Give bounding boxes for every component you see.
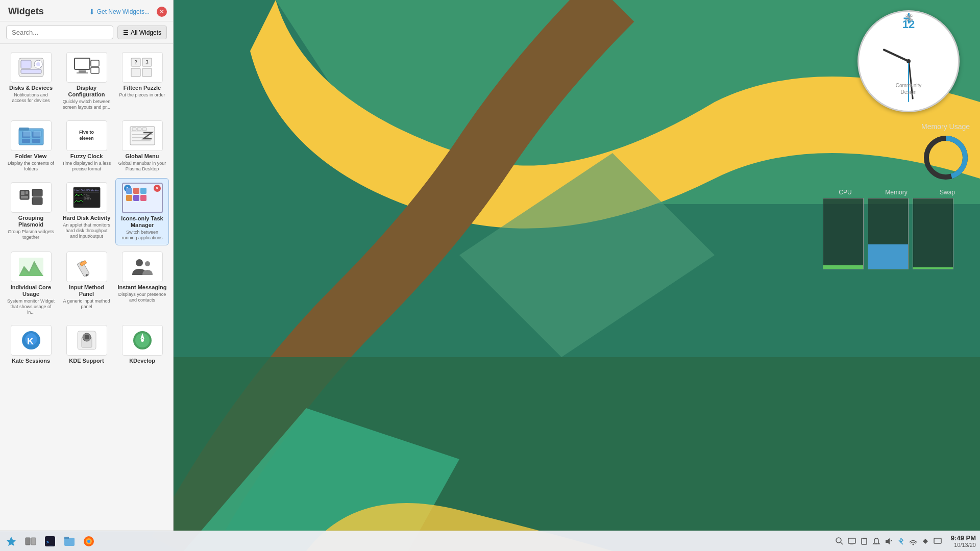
widget-fifteen-puzzle[interactable]: 2 3 Fifteen Puzzle Put the pieces in ord… [115, 48, 169, 114]
widget-desc-messaging: Displays your presence and contacts [117, 292, 167, 303]
close-panel-button[interactable]: ✕ [157, 7, 167, 17]
widget-desc-globalmenu: Global menubar in your Plasma Desktop [117, 161, 167, 172]
taskbar-date: 10/13/20 [954, 542, 976, 548]
svg-rect-27 [22, 139, 30, 143]
svg-rect-7 [21, 69, 41, 73]
svg-text:K: K [27, 336, 34, 346]
tray-clipboard[interactable] [859, 536, 869, 546]
launcher-button[interactable] [2, 533, 20, 549]
memory-bar-fill [868, 244, 908, 269]
clock-center-dot [906, 59, 911, 63]
svg-rect-89 [850, 544, 853, 544]
clock-second-hand [908, 61, 909, 102]
svg-rect-40 [21, 196, 28, 198]
filter-icon: ☰ [123, 29, 129, 36]
svg-rect-98 [934, 538, 941, 543]
svg-rect-51 [133, 188, 139, 194]
clock-label: Community Design [896, 82, 922, 95]
widget-instant-messaging[interactable]: Instant Messaging Displays your presence… [115, 247, 169, 319]
widget-kde-support[interactable]: KDE Support [60, 321, 113, 369]
widget-icon-folder [11, 120, 52, 151]
sysmon-labels: CPU Memory Swap [823, 189, 970, 196]
svg-rect-33 [142, 128, 146, 131]
svg-rect-88 [848, 538, 855, 543]
tray-audio[interactable] [884, 536, 894, 546]
download-icon: ⬇ [89, 8, 95, 16]
widget-input-method[interactable]: Input Method Panel A generic input metho… [60, 247, 113, 319]
widget-name-taskmanager: Icons-only Task Manager [118, 215, 166, 229]
widget-hard-disk[interactable]: Hard Disk I/O Monitor 0 B/s 30 B/s Hard … [60, 178, 113, 245]
widget-name-disks: Disks & Devices [9, 85, 53, 91]
pager-button[interactable] [21, 533, 40, 549]
svg-text:Hard Disk I/O Monitor: Hard Disk I/O Monitor [75, 189, 99, 192]
svg-rect-13 [79, 70, 86, 72]
svg-rect-24 [23, 131, 31, 137]
taskbar: >_ [0, 531, 980, 551]
widget-desc-disks: Notifications and access for devices [6, 92, 56, 104]
svg-rect-26 [33, 131, 41, 137]
widget-icon-disks [11, 52, 52, 83]
tray-search[interactable] [835, 536, 845, 546]
widget-name-globalmenu: Global Menu [126, 153, 159, 160]
widget-name-messaging: Instant Messaging [118, 284, 167, 291]
svg-text:>_: >_ [46, 539, 53, 545]
tray-bluetooth[interactable] [896, 536, 906, 546]
clock-label-line1: Community [896, 83, 922, 88]
taskbar-app-firefox[interactable] [80, 533, 98, 549]
widget-icon-kdevelop [122, 325, 163, 356]
widget-desc-coreusage: System monitor Widget that shows usage o… [6, 298, 56, 315]
svg-rect-10 [75, 58, 90, 69]
search-input[interactable] [6, 26, 113, 39]
sysmon-bars [823, 198, 970, 269]
tray-expand[interactable] [920, 536, 930, 546]
tray-network[interactable] [908, 536, 918, 546]
svg-rect-22 [19, 128, 29, 131]
tray-display[interactable] [847, 536, 857, 546]
svg-rect-91 [863, 538, 866, 539]
svg-rect-32 [137, 128, 141, 131]
tray-notifications[interactable] [871, 536, 881, 546]
widget-task-manager[interactable]: 1 ✕ Icons-only Task Manager Switch betwe… [115, 178, 169, 245]
widget-name-kate: Kate Sessions [12, 358, 50, 364]
widget-desc-display: Quickly switch between screen layouts an… [62, 99, 111, 110]
widget-kate[interactable]: K Kate Sessions [4, 321, 58, 369]
memory-bar [868, 198, 909, 269]
widget-icon-taskmanager: 1 ✕ [122, 183, 163, 213]
panel-header: Widgets ⬇ Get New Widgets... ✕ [0, 0, 173, 21]
taskbar-app-konsole[interactable]: >_ [41, 533, 59, 549]
taskbar-time: 9:49 PM [951, 534, 976, 542]
widget-icon-puzzle: 2 3 [122, 52, 163, 83]
widget-display-config[interactable]: Display Configuration Quickly switch bet… [60, 48, 113, 114]
widget-desc-grouping: Group Plasma widgets together [6, 229, 56, 240]
widget-folder-view[interactable]: Folder View Display the contents of fold… [4, 116, 58, 176]
clock-widget: 12 Community Design [857, 10, 960, 112]
widget-grouping[interactable]: Grouping Plasmoid Group Plasma widgets t… [4, 178, 58, 245]
widget-kdevelop[interactable]: KDevelop [115, 321, 169, 369]
all-widgets-button[interactable]: ☰ All Widgets [117, 26, 167, 39]
widget-icon-harddisk: Hard Disk I/O Monitor 0 B/s 30 B/s [66, 182, 107, 213]
taskbar-datetime[interactable]: 9:49 PM 10/13/20 [947, 534, 976, 548]
svg-rect-42 [32, 197, 42, 205]
taskbar-app-files[interactable] [60, 533, 79, 549]
widget-fuzzy-clock[interactable]: Five toeleven Fuzzy Clock Time displayed… [60, 116, 113, 176]
search-bar: ☰ All Widgets [0, 21, 173, 44]
sysmon-widget: CPU Memory Swap [823, 189, 970, 269]
widget-name-inputmethod: Input Method Panel [62, 284, 111, 297]
widget-name-coreusage: Individual Core Usage [6, 284, 56, 297]
svg-rect-61 [80, 260, 86, 266]
widget-disks-devices[interactable]: Disks & Devices Notifications and access… [4, 48, 58, 114]
widget-desc-folder: Display the contents of folders [6, 161, 56, 172]
svg-rect-19 [131, 68, 140, 77]
widget-desc-puzzle: Put the pieces in order [119, 92, 165, 98]
widget-global-menu[interactable]: Global Menu Global menubar in your Plasm… [115, 116, 169, 176]
svg-rect-78 [31, 538, 36, 545]
svg-point-86 [836, 538, 841, 543]
widget-icon-globalmenu [122, 120, 163, 151]
svg-point-85 [87, 540, 90, 543]
all-widgets-label: All Widgets [131, 29, 161, 36]
widget-core-usage[interactable]: Individual Core Usage System monitor Wid… [4, 247, 58, 319]
get-new-widgets-link[interactable]: ⬇ Get New Widgets... [89, 8, 150, 16]
svg-point-62 [136, 259, 143, 266]
widget-name-harddisk: Hard Disk Activity [63, 215, 111, 221]
tray-screen[interactable] [933, 536, 943, 546]
